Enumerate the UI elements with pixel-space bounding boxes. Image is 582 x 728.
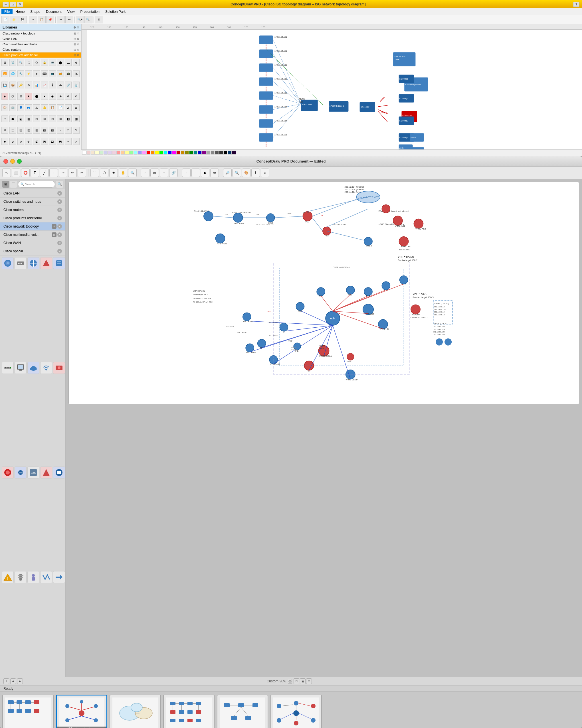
icon-cell-35[interactable]: ⬤ <box>33 93 40 100</box>
icon-cell-32[interactable]: ⬡ <box>9 93 16 100</box>
icon-cell-69[interactable]: ◸ <box>65 127 72 134</box>
mac-icon-hub[interactable] <box>2 362 14 374</box>
mac-icon-router-1[interactable] <box>2 257 14 269</box>
menu-shape[interactable]: Shape <box>27 9 43 14</box>
mac-tool-color[interactable]: 🎨 <box>242 168 251 177</box>
icon-cell-42[interactable]: 🏢 <box>9 104 16 111</box>
color-deep-purple[interactable] <box>232 151 236 155</box>
icon-cell-50[interactable]: 🗃 <box>73 104 80 111</box>
mac-icon-firewall[interactable]: ! <box>40 257 52 269</box>
color-white[interactable] <box>82 151 86 155</box>
mac-lib-cisco-switches[interactable]: Cisco switches and hubs ✕ <box>0 198 65 206</box>
prev-btn[interactable]: ◀ <box>10 678 16 684</box>
color-7[interactable] <box>112 151 116 155</box>
color-2[interactable] <box>91 151 95 155</box>
icon-cell-72[interactable]: ⬙ <box>9 138 16 145</box>
color-magenta[interactable] <box>172 151 176 155</box>
icon-cell-18[interactable]: 📻 <box>57 71 64 77</box>
mac-tool-select[interactable]: ↖ <box>2 168 11 177</box>
icon-cell-79[interactable]: ⬑ <box>65 138 72 145</box>
mac-canvas[interactable]: 200.1.2.124 (Internet) 200.1.3.124 (Inte… <box>66 179 582 677</box>
color-8[interactable] <box>117 151 120 155</box>
mac-tool-zoom-out[interactable]: 🔍 <box>232 168 241 177</box>
color-14[interactable] <box>142 151 146 155</box>
mac-icon-atm[interactable]: ATM <box>27 467 40 478</box>
color-1[interactable] <box>86 151 91 155</box>
icon-cell-70[interactable]: ◹ <box>73 127 80 134</box>
icon-cell-33[interactable]: ⊞ <box>18 93 24 100</box>
icon-cell-47[interactable]: 📋 <box>49 104 56 111</box>
icon-cell-80[interactable]: ⬐ <box>73 138 80 145</box>
mac-minimize-btn[interactable] <box>10 159 15 164</box>
icon-cell-46[interactable]: 🔔 <box>41 104 48 111</box>
mac-lib-cisco-lan[interactable]: Cisco LAN ✕ <box>0 189 65 198</box>
mac-icon-arrow[interactable] <box>53 571 65 583</box>
mac-tool-pencil[interactable]: ✏ <box>68 168 77 177</box>
mac-tool-zoom-local[interactable]: 🔍 <box>128 168 137 177</box>
icon-cell-78[interactable]: ⬒ <box>57 138 64 145</box>
icon-cell-48[interactable]: 📄 <box>57 104 64 111</box>
mac-tool-forward[interactable]: → <box>182 168 191 177</box>
icon-cell-38[interactable]: ⊗ <box>57 93 64 100</box>
color-teal[interactable] <box>194 151 197 155</box>
mac-icon-router-2[interactable] <box>27 257 40 269</box>
mac-tool-line[interactable]: ╱ <box>40 168 49 177</box>
color-near-black[interactable] <box>219 151 223 155</box>
mac-lib-icons-6[interactable]: ▤ ✕ <box>52 232 62 237</box>
icon-cell-71[interactable]: ⬘ <box>1 138 8 145</box>
color-12[interactable] <box>133 151 137 155</box>
icon-cell-59[interactable]: ◧ <box>65 115 72 122</box>
lib-item-cisco-products[interactable]: Cisco products additional ⊞✕ <box>0 52 81 58</box>
lib-item-cisco-lan[interactable]: Cisco LAN ⊞✕ <box>0 36 81 42</box>
mac-grid-view-btn[interactable]: ⊞ <box>2 181 9 188</box>
color-yellow[interactable] <box>155 151 159 155</box>
zoom-up-btn[interactable]: ▲ <box>288 679 292 681</box>
color-purple[interactable] <box>202 151 206 155</box>
mac-drawing-area[interactable]: 200.1.2.124 (Internet) 200.1.3.124 (Inte… <box>69 182 579 404</box>
lib-item-cisco-switches[interactable]: Cisco switches and hubs ⊞✕ <box>0 42 81 47</box>
top-win-controls[interactable]: ─ □ ✕ <box>3 2 23 7</box>
color-cyan[interactable] <box>163 151 168 155</box>
lib-item-cisco-routers[interactable]: Cisco routers ⊞✕ <box>0 47 81 52</box>
mac-lib-close-4[interactable]: ✕ <box>57 216 62 220</box>
mac-icon-zig[interactable] <box>40 571 52 583</box>
mac-search-box[interactable]: 🔍 Search <box>18 181 55 188</box>
icon-cell-10[interactable]: ⊕ <box>73 59 80 66</box>
thumbnail-1[interactable] <box>2 695 54 728</box>
mac-tool-star[interactable]: ★ <box>109 168 118 177</box>
color-navy[interactable] <box>228 151 232 155</box>
mac-icon-asa[interactable] <box>53 362 65 374</box>
mac-lib-close-8[interactable]: ✕ <box>57 249 62 254</box>
icon-cell-41[interactable]: 🏠 <box>1 104 8 111</box>
color-6[interactable] <box>108 151 112 155</box>
mac-tool-ellipse[interactable]: ⭕ <box>21 168 30 177</box>
mac-icon-wireless[interactable] <box>40 362 52 374</box>
pause-btn[interactable]: ⏸ <box>3 678 9 684</box>
lib-item-cisco-network[interactable]: Cisco network topology ⊞✕ <box>0 31 81 36</box>
menu-presentation[interactable]: Presentation <box>78 9 102 14</box>
icon-cell-25[interactable]: 📊 <box>33 82 40 88</box>
mac-tool-text[interactable]: T <box>30 168 39 177</box>
icon-cell-65[interactable]: ▦ <box>33 127 40 134</box>
icon-cell-61[interactable]: ⧉ <box>1 127 8 134</box>
icon-cell-7[interactable]: 💻 <box>49 59 56 66</box>
icon-cell-1[interactable]: 🖥 <box>1 59 8 66</box>
icon-cell-21[interactable]: 💾 <box>1 82 8 88</box>
mac-lib-close-7[interactable]: ✕ <box>57 241 62 245</box>
icon-cell-5[interactable]: ⬡ <box>33 59 40 66</box>
mac-lib-cisco-products[interactable]: Cisco products additional ✕ <box>0 214 65 223</box>
icon-cell-60[interactable]: ◨ <box>73 115 80 122</box>
icon-cell-26[interactable]: 📈 <box>41 82 48 88</box>
icon-cell-2[interactable]: 📡 <box>9 59 16 66</box>
icon-cell-15[interactable]: 🖱 <box>33 71 40 77</box>
zoom-page-controls[interactable]: □ ▣ ⊡ <box>294 678 312 684</box>
icon-cell-77[interactable]: ⬓ <box>49 138 56 145</box>
mac-lib-active-icons[interactable]: ⚙ ✕ <box>52 224 62 229</box>
icon-cell-63[interactable]: ▤ <box>18 127 24 134</box>
toolbar-zoom-in[interactable]: 🔍+ <box>76 16 84 23</box>
icon-cell-13[interactable]: 🔧 <box>18 71 24 77</box>
mac-tool-table[interactable]: ⊟ <box>160 168 168 177</box>
mac-tool-polygon[interactable]: ⬡ <box>100 168 108 177</box>
icon-cell-39[interactable]: ⊕ <box>65 93 72 100</box>
mac-maximize-btn[interactable] <box>17 159 22 164</box>
